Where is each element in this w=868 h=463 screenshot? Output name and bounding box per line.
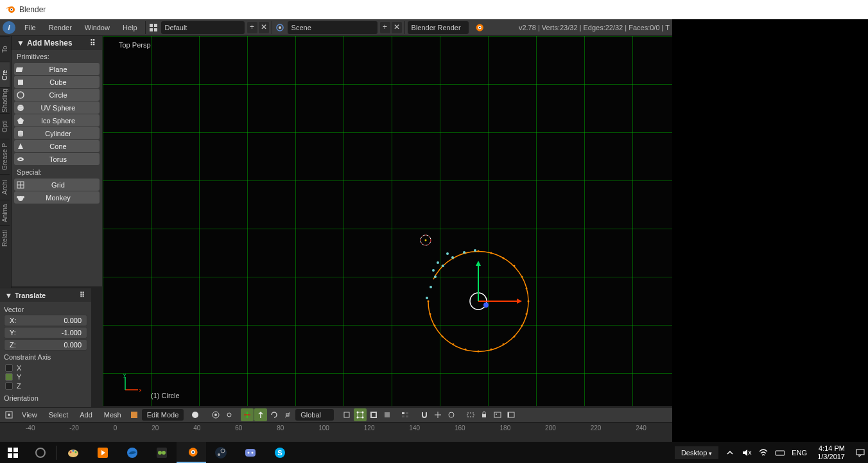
scale-manipulator[interactable]: [281, 408, 294, 421]
taskbar-edge[interactable]: [117, 442, 147, 463]
constraint-y-checkbox[interactable]: Y: [0, 372, 91, 381]
plus-icon[interactable]: +: [380, 22, 390, 33]
manipulator-toggle[interactable]: [241, 408, 254, 421]
vp-menu-mesh[interactable]: Mesh: [99, 408, 126, 422]
y-value: -1.000: [62, 329, 82, 336]
scene-icon[interactable]: [273, 21, 286, 34]
pivot-icon[interactable]: [209, 408, 222, 421]
operator-panel: ▼Translate⠿ Vector X:0.000 Y:-1.000 Z:0.…: [0, 288, 91, 423]
vtab-grease-pencil[interactable]: Grease P: [0, 139, 10, 174]
close-icon[interactable]: ✕: [392, 22, 402, 33]
wifi-icon[interactable]: [758, 448, 768, 458]
info-icon[interactable]: i: [3, 21, 15, 34]
svg-rect-87: [344, 412, 349, 417]
add-uvsphere-button[interactable]: UV Sphere: [14, 101, 100, 114]
vtab-archi[interactable]: Archi: [0, 174, 10, 200]
clock[interactable]: 4:14 PM 1/3/2017: [813, 444, 849, 461]
plus-icon[interactable]: +: [247, 22, 257, 33]
vtab-create[interactable]: Cre: [0, 62, 10, 87]
render-anim-icon[interactable]: [505, 408, 517, 421]
pivot-only-icon[interactable]: [223, 408, 236, 421]
rotate-manipulator[interactable]: [268, 408, 281, 421]
svg-point-14: [17, 92, 24, 98]
timeline[interactable]: -40 -20 0 20 40 60 80 100 120 140 160 18…: [0, 423, 672, 442]
vtab-anima[interactable]: Anima: [0, 200, 10, 225]
vp-menu-view[interactable]: View: [17, 408, 42, 422]
svg-rect-111: [13, 453, 18, 458]
layout-grid-icon[interactable]: [147, 21, 160, 34]
tray-up-icon[interactable]: [725, 448, 735, 458]
language-indicator[interactable]: ENG: [792, 449, 807, 457]
orientation-selector[interactable]: Global: [295, 409, 334, 421]
add-torus-button[interactable]: Torus: [14, 153, 100, 165]
vp-menu-add[interactable]: Add: [74, 408, 98, 422]
add-icosphere-button[interactable]: Ico Sphere: [14, 114, 100, 127]
mode-selector[interactable]: Edit Mode: [142, 409, 184, 421]
face-select-icon[interactable]: [381, 408, 394, 421]
layout-selector[interactable]: Default: [161, 21, 245, 34]
vtab-options[interactable]: Opti: [0, 113, 10, 139]
action-center-icon[interactable]: [855, 448, 865, 458]
cortana-icon[interactable]: [26, 442, 55, 463]
desktop-switcher[interactable]: Desktop ▾: [675, 446, 718, 459]
add-grid-button[interactable]: Grid: [14, 179, 100, 191]
snap-element-icon[interactable]: [431, 408, 444, 421]
vector-z-field[interactable]: Z:0.000: [4, 339, 87, 351]
start-button[interactable]: [0, 442, 26, 463]
3d-viewport[interactable]: Top Persp (1) Circle x y: [103, 36, 672, 406]
black-sidebar: [672, 19, 868, 442]
menu-render[interactable]: Render: [42, 20, 78, 35]
limit-select-icon[interactable]: [340, 408, 353, 421]
layers-icon[interactable]: [399, 408, 412, 421]
keyboard-icon[interactable]: [775, 448, 785, 458]
taskbar-steam[interactable]: [206, 442, 236, 463]
render-image-icon[interactable]: [491, 408, 504, 421]
render-border-icon[interactable]: [464, 408, 477, 421]
menu-file[interactable]: File: [18, 20, 42, 35]
add-circle-button[interactable]: Circle: [14, 89, 100, 101]
vtab-shading[interactable]: Shading: [0, 87, 10, 113]
panel-header[interactable]: ▼Add Meshes⠿: [12, 36, 102, 50]
camera-lock-icon[interactable]: [478, 408, 490, 421]
add-monkey-button[interactable]: Monkey: [14, 191, 100, 204]
add-cylinder-button[interactable]: Cylinder: [14, 127, 100, 139]
frame-tick: 120: [364, 424, 375, 432]
snap-target-icon[interactable]: [445, 408, 458, 421]
viewport-grid: [103, 36, 672, 406]
volume-muted-icon[interactable]: [742, 448, 752, 458]
taskbar-media[interactable]: [88, 442, 117, 463]
vtab-relati[interactable]: Relati: [0, 225, 10, 251]
select-mode-group: [340, 408, 394, 421]
constraint-z-checkbox[interactable]: Z: [0, 381, 91, 390]
vector-y-field[interactable]: Y:-1.000: [4, 327, 87, 338]
menu-help[interactable]: Help: [116, 20, 144, 35]
taskbar-paint[interactable]: [58, 442, 88, 463]
svg-point-65: [446, 252, 449, 255]
vector-x-field[interactable]: X:0.000: [4, 315, 87, 326]
edge-select-icon[interactable]: [367, 408, 380, 421]
add-plane-button[interactable]: Plane: [14, 63, 100, 75]
constraint-x-checkbox[interactable]: X: [0, 363, 91, 372]
svg-point-121: [158, 451, 162, 455]
add-cone-button[interactable]: Cone: [14, 140, 100, 152]
scene-selector[interactable]: Scene: [288, 21, 378, 34]
taskbar-blender[interactable]: [177, 442, 206, 463]
cx-label: X: [17, 364, 21, 372]
add-cube-button[interactable]: Cube: [14, 76, 100, 88]
shading-icon[interactable]: [189, 408, 202, 421]
operator-header[interactable]: ▼Translate⠿: [0, 288, 91, 302]
frame-tick: -20: [69, 424, 78, 432]
editor-type-icon[interactable]: [3, 408, 15, 421]
taskbar-app-green[interactable]: [147, 442, 177, 463]
snap-toggle[interactable]: [418, 408, 431, 421]
taskbar-skype[interactable]: S: [265, 442, 295, 463]
svg-point-63: [432, 269, 435, 272]
render-engine-selector[interactable]: Blender Render: [408, 21, 469, 34]
vertex-select-icon[interactable]: [354, 408, 367, 421]
vtab-to[interactable]: To: [0, 36, 10, 62]
close-icon[interactable]: ✕: [259, 22, 269, 33]
translate-manipulator[interactable]: [254, 408, 267, 421]
menu-window[interactable]: Window: [78, 20, 116, 35]
taskbar-discord[interactable]: [236, 442, 265, 463]
vp-menu-select[interactable]: Select: [44, 408, 74, 422]
